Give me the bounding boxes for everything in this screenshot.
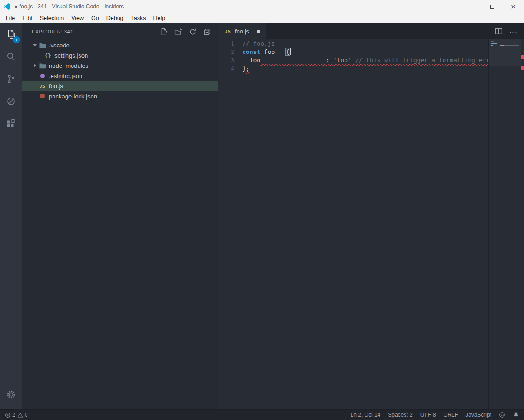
twisty-spacer [32, 81, 38, 91]
file-tree: .vscode{}settings.jsonnode_modules.eslin… [22, 40, 218, 409]
minimize-icon [468, 7, 473, 7]
split-editor-button[interactable] [495, 27, 503, 35]
window-title: ● foo.js - 341 - Visual Studio Code - In… [14, 3, 124, 10]
folder-icon [38, 62, 46, 69]
minimize-button[interactable] [460, 0, 481, 13]
new-file-button[interactable] [159, 27, 168, 36]
menu-selection[interactable]: Selection [36, 14, 67, 22]
overview-error-mark [521, 66, 524, 70]
line-text: const foo = { [240, 48, 291, 56]
overview-ruler [521, 39, 524, 409]
tab-foo-js[interactable]: JS foo.js [218, 23, 266, 39]
debug-icon [6, 96, 17, 107]
tree-item--vscode[interactable]: .vscode [22, 40, 218, 50]
activity-search[interactable] [0, 46, 22, 68]
tab-bar: JS foo.js ··· [218, 23, 524, 39]
explorer-actions [159, 27, 211, 36]
menu-view[interactable]: View [67, 14, 87, 22]
new-folder-icon [174, 28, 182, 36]
feedback-smiley-button[interactable] [499, 412, 505, 418]
title-bar: ● foo.js - 341 - Visual Studio Code - In… [0, 0, 524, 13]
menu-file[interactable]: File [2, 14, 19, 22]
explorer-sidebar: EXPLORER: 341 .vscode{}settings.jsonnode… [22, 23, 218, 409]
status-language[interactable]: JavaScript [465, 412, 491, 418]
menu-bar: FileEditSelectionViewGoDebugTasksHelp [0, 13, 524, 23]
tree-item-label: .eslintrc.json [49, 72, 82, 79]
error-count: 2 [12, 412, 15, 418]
code-line-4: 4}; [218, 65, 524, 73]
explorer-title: EXPLORER: 341 [32, 29, 73, 34]
maximize-button[interactable] [481, 0, 503, 13]
problems-status[interactable]: 2 0 [5, 412, 27, 418]
search-icon [6, 51, 17, 62]
gear-icon [6, 389, 16, 400]
twisty-collapsed-icon [32, 60, 38, 71]
menu-edit[interactable]: Edit [19, 14, 36, 22]
text-cursor [290, 48, 291, 55]
activity-extensions[interactable] [0, 112, 22, 135]
minimap-content [491, 41, 520, 49]
line-text: // foo.js [240, 39, 275, 48]
new-file-icon [160, 28, 168, 36]
collapse-all-button[interactable] [203, 27, 211, 36]
tree-item-label: .vscode [49, 42, 70, 49]
editor-actions: ··· [495, 23, 524, 39]
activity-bar-bottom [0, 383, 22, 406]
status-indentation[interactable]: Spaces: 2 [388, 412, 412, 418]
source-control-icon [6, 73, 17, 85]
tree-item-foo-js[interactable]: JSfoo.js [22, 81, 218, 91]
line-number: 4 [218, 65, 240, 73]
modified-dot-icon [257, 30, 260, 33]
overview-error-mark [521, 55, 524, 59]
warning-status[interactable]: 0 [17, 412, 28, 418]
refresh-button[interactable] [188, 27, 197, 36]
line-number: 2 [218, 48, 240, 56]
refresh-icon [189, 28, 197, 36]
menu-help[interactable]: Help [150, 14, 169, 22]
new-folder-button[interactable] [174, 27, 182, 36]
tree-item-label: settings.json [54, 52, 88, 59]
menu-go[interactable]: Go [87, 14, 103, 22]
vscode-window: ● foo.js - 341 - Visual Studio Code - In… [0, 0, 524, 420]
tree-item-node-modules[interactable]: node_modules [22, 60, 218, 71]
tree-item-label: node_modules [49, 62, 88, 69]
close-button[interactable]: × [503, 0, 524, 13]
tree-item-settings-json[interactable]: {}settings.json [22, 50, 218, 60]
status-right-items: Ln 2, Col 14Spaces: 2UTF-8CRLFJavaScript [351, 412, 491, 418]
status-right: Ln 2, Col 14Spaces: 2UTF-8CRLFJavaScript [351, 412, 519, 418]
error-status[interactable]: 2 [5, 412, 15, 418]
status-encoding[interactable]: UTF-8 [420, 412, 436, 418]
twisty-spacer [32, 91, 38, 101]
code-line-1: 1// foo.js [218, 39, 524, 48]
activity-settings[interactable] [0, 383, 22, 406]
twisty-expanded-icon [32, 40, 38, 50]
more-actions-button[interactable]: ··· [509, 27, 517, 35]
warning-icon [17, 412, 23, 418]
notifications-bell-button[interactable] [513, 412, 519, 418]
activity-debug[interactable] [0, 90, 22, 112]
npm-icon [38, 92, 46, 100]
window-controls: × [460, 0, 524, 13]
tree-item--eslintrc-json[interactable]: .eslintrc.json [22, 71, 218, 81]
tree-item-label: foo.js [49, 83, 63, 90]
line-text: foo : 'foo' // this will trigger a forma… [240, 56, 490, 65]
twisty-spacer [32, 71, 38, 81]
status-bar: 2 0 Ln 2, Col 14Spaces: 2UTF-8CRLFJavaSc… [0, 409, 524, 420]
menu-tasks[interactable]: Tasks [127, 14, 150, 22]
tree-item-package-lock-json[interactable]: package-lock.json [22, 91, 218, 101]
activity-explorer[interactable]: 1 [0, 23, 22, 46]
js-file-icon: JS [38, 82, 46, 90]
menu-debug[interactable]: Debug [103, 14, 127, 22]
tree-item-label: package-lock.json [49, 93, 97, 100]
warning-count: 0 [25, 412, 28, 418]
status-eol[interactable]: CRLF [444, 412, 458, 418]
code-editor[interactable]: 1// foo.js2const foo = {3 foo : 'foo' //… [218, 39, 524, 409]
folder-icon [38, 41, 46, 49]
minimap[interactable] [488, 39, 521, 409]
error-icon [5, 412, 11, 418]
code-line-2: 2const foo = { [218, 48, 524, 56]
line-text: }; [240, 65, 250, 73]
status-cursor-position[interactable]: Ln 2, Col 14 [351, 412, 381, 418]
code-line-3: 3 foo : 'foo' // this will trigger a for… [218, 56, 524, 65]
activity-source-control[interactable] [0, 68, 22, 90]
